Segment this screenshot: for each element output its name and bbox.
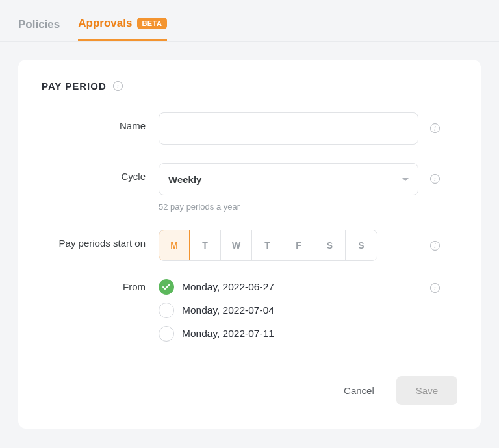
day-button[interactable]: F xyxy=(283,230,314,260)
info-icon[interactable]: i xyxy=(430,174,440,184)
day-picker: MTWTFSS xyxy=(159,230,377,261)
cancel-button[interactable]: Cancel xyxy=(337,377,381,404)
beta-badge: BETA xyxy=(137,18,166,29)
from-label: From xyxy=(42,279,159,292)
actions: Cancel Save xyxy=(42,376,457,405)
from-row: From Monday, 2022-06-27Monday, 2022-07-0… xyxy=(42,279,457,342)
cycle-value: Weekly xyxy=(168,174,201,185)
radio-checked-icon xyxy=(159,279,174,295)
day-button[interactable]: W xyxy=(221,230,252,260)
from-option[interactable]: Monday, 2022-07-11 xyxy=(159,326,418,342)
cycle-helper: 52 pay periods a year xyxy=(159,202,418,212)
tab-approvals-label: Approvals xyxy=(78,17,132,30)
name-input[interactable] xyxy=(159,112,418,145)
from-option-label: Monday, 2022-07-11 xyxy=(182,328,274,340)
info-icon[interactable]: i xyxy=(113,81,123,91)
info-icon[interactable]: i xyxy=(430,241,440,251)
card-title: PAY PERIOD xyxy=(42,81,107,92)
radio-unchecked-icon xyxy=(159,303,174,318)
tab-approvals[interactable]: Approvals BETA xyxy=(78,17,166,41)
cycle-label: Cycle xyxy=(42,163,159,182)
pay-period-card: PAY PERIOD i Name i Cycle Weekly 52 pay … xyxy=(18,60,481,429)
radio-unchecked-icon xyxy=(159,326,174,342)
tabs: Policies Approvals BETA xyxy=(0,0,499,42)
cycle-row: Cycle Weekly 52 pay periods a year i xyxy=(42,163,457,212)
start-on-label: Pay periods start on xyxy=(42,230,159,249)
from-option[interactable]: Monday, 2022-07-04 xyxy=(159,303,418,318)
day-button[interactable]: T xyxy=(190,230,221,260)
name-label: Name xyxy=(42,112,159,131)
day-button[interactable]: S xyxy=(346,230,377,260)
info-icon[interactable]: i xyxy=(430,123,440,133)
cycle-select[interactable]: Weekly xyxy=(159,163,418,195)
start-on-row: Pay periods start on MTWTFSS i xyxy=(42,230,457,261)
save-button[interactable]: Save xyxy=(396,376,457,405)
card-header: PAY PERIOD i xyxy=(42,81,457,92)
from-option-label: Monday, 2022-06-27 xyxy=(182,281,274,293)
chevron-down-icon xyxy=(402,178,409,181)
info-icon[interactable]: i xyxy=(430,283,440,293)
tab-policies[interactable]: Policies xyxy=(18,17,60,41)
day-button[interactable]: T xyxy=(252,230,283,260)
day-button[interactable]: S xyxy=(314,230,346,260)
from-radio-list: Monday, 2022-06-27Monday, 2022-07-04Mond… xyxy=(159,279,418,342)
name-row: Name i xyxy=(42,112,457,145)
day-button[interactable]: M xyxy=(159,230,190,261)
divider xyxy=(42,360,457,360)
from-option-label: Monday, 2022-07-04 xyxy=(182,305,274,316)
from-option[interactable]: Monday, 2022-06-27 xyxy=(159,279,418,295)
